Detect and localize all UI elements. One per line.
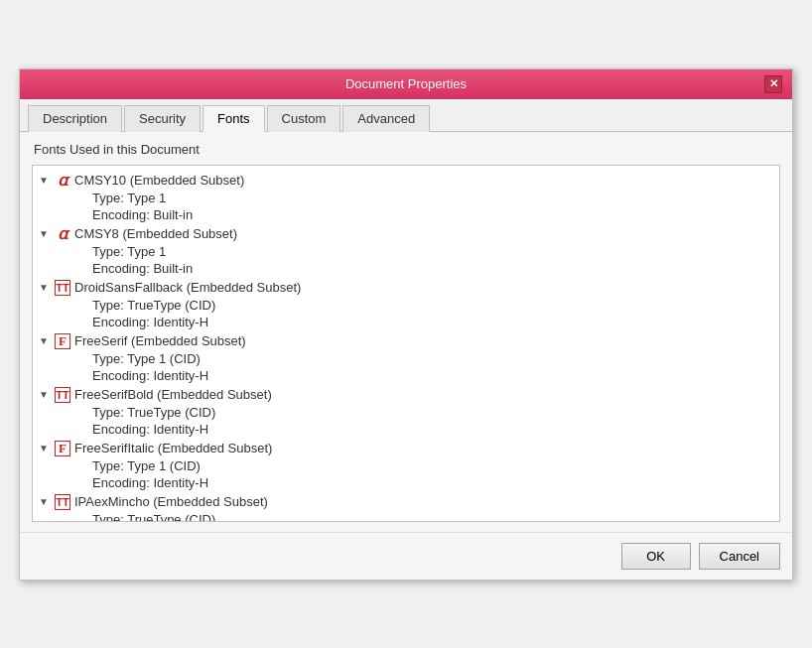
dialog-footer: OK Cancel [20, 532, 792, 580]
font-name: FreeSerifBold (Embedded Subset) [74, 387, 272, 402]
tab-custom[interactable]: Custom [267, 105, 341, 132]
font-row: ▼ F FreeSerif (Embedded Subset) [33, 332, 779, 350]
font-detail: Type: Type 1 (CID) [33, 457, 779, 474]
tab-description[interactable]: Description [28, 105, 122, 132]
font-row: ▼ F FreeSerifItalic (Embedded Subset) [33, 440, 779, 457]
font-entry: ▼ TT IPAexMincho (Embedded Subset) Type:… [33, 493, 779, 522]
font-entry: ▼ ɑ CMSY8 (Embedded Subset) Type: Type 1… [33, 225, 779, 277]
collapse-icon[interactable]: ▼ [39, 282, 51, 293]
font-name: DroidSansFallback (Embedded Subset) [74, 280, 301, 295]
dialog-title: Document Properties [48, 76, 764, 91]
font-row: ▼ TT FreeSerifBold (Embedded Subset) [33, 386, 779, 404]
collapse-icon[interactable]: ▼ [39, 443, 51, 454]
font-name: FreeSerifItalic (Embedded Subset) [74, 441, 272, 455]
font-row: ▼ ɑ CMSY8 (Embedded Subset) [33, 225, 779, 243]
font-detail: Encoding: Identity-H [33, 367, 779, 384]
collapse-icon[interactable]: ▼ [39, 389, 51, 400]
collapse-icon[interactable]: ▼ [39, 175, 51, 186]
fonts-inner: ▼ ɑ CMSY10 (Embedded Subset) Type: Type … [33, 166, 779, 522]
font-detail: Type: Type 1 [33, 243, 779, 260]
ok-button[interactable]: OK [621, 543, 691, 570]
font-detail: Encoding: Built-in [33, 206, 779, 223]
font-icon-type1: F [55, 333, 70, 349]
close-button[interactable]: ✕ [764, 75, 782, 93]
font-icon-type1: F [55, 441, 70, 456]
font-detail: Encoding: Identity-H [33, 474, 779, 491]
collapse-icon[interactable]: ▼ [39, 228, 51, 239]
font-detail: Type: TrueType (CID) [33, 297, 779, 314]
font-name: FreeSerif (Embedded Subset) [74, 333, 246, 348]
collapse-icon[interactable]: ▼ [39, 335, 51, 346]
font-name: CMSY10 (Embedded Subset) [74, 173, 244, 188]
tab-security[interactable]: Security [124, 105, 201, 132]
font-detail: Type: TrueType (CID) [33, 404, 779, 421]
fonts-list[interactable]: ▼ ɑ CMSY10 (Embedded Subset) Type: Type … [32, 165, 780, 522]
font-row: ▼ ɑ CMSY10 (Embedded Subset) [33, 172, 779, 190]
font-icon-truetype: TT [55, 280, 70, 296]
font-detail: Type: Type 1 (CID) [33, 350, 779, 367]
dialog-window: Document Properties ✕ Description Securi… [19, 68, 793, 581]
font-detail: Encoding: Identity-H [33, 314, 779, 330]
titlebar: Document Properties ✕ [20, 69, 792, 99]
font-entry: ▼ TT FreeSerifBold (Embedded Subset) Typ… [33, 386, 779, 438]
font-row: ▼ TT IPAexMincho (Embedded Subset) [33, 493, 779, 511]
tab-fonts[interactable]: Fonts [203, 105, 265, 132]
content-area: Fonts Used in this Document ▼ ɑ CMSY10 (… [20, 132, 792, 532]
font-entry: ▼ ɑ CMSY10 (Embedded Subset) Type: Type … [33, 172, 779, 223]
tab-bar: Description Security Fonts Custom Advanc… [20, 99, 792, 132]
font-detail: Type: Type 1 [33, 190, 779, 206]
font-detail: Type: TrueType (CID) [33, 511, 779, 522]
font-entry: ▼ F FreeSerif (Embedded Subset) Type: Ty… [33, 332, 779, 384]
font-name: CMSY8 (Embedded Subset) [74, 226, 237, 241]
font-detail: Encoding: Built-in [33, 260, 779, 277]
tab-advanced[interactable]: Advanced [342, 105, 430, 132]
font-icon-alpha: ɑ [55, 226, 70, 242]
font-detail: Encoding: Identity-H [33, 421, 779, 438]
font-icon-truetype: TT [55, 494, 70, 510]
font-entry: ▼ F FreeSerifItalic (Embedded Subset) Ty… [33, 440, 779, 491]
section-label: Fonts Used in this Document [32, 142, 780, 157]
cancel-button[interactable]: Cancel [699, 543, 780, 570]
collapse-icon[interactable]: ▼ [39, 496, 51, 507]
font-name: IPAexMincho (Embedded Subset) [74, 494, 268, 509]
font-row: ▼ TT DroidSansFallback (Embedded Subset) [33, 279, 779, 297]
font-icon-alpha: ɑ [55, 173, 70, 189]
font-entry: ▼ TT DroidSansFallback (Embedded Subset)… [33, 279, 779, 330]
font-icon-truetype: TT [55, 387, 70, 403]
